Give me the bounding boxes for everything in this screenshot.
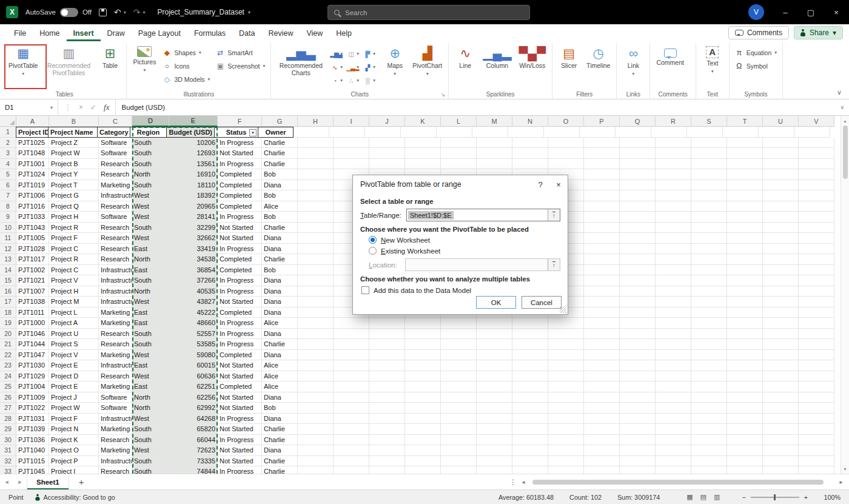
radio-unselected-icon[interactable] bbox=[369, 247, 377, 255]
cell[interactable]: 73335 bbox=[169, 456, 218, 467]
cell[interactable] bbox=[620, 275, 656, 286]
cell[interactable] bbox=[477, 445, 512, 456]
row-number[interactable]: 12 bbox=[0, 244, 16, 255]
scroll-down-icon[interactable]: ▾ bbox=[844, 464, 846, 474]
cell[interactable]: PJT1033 bbox=[16, 212, 49, 223]
row-number[interactable]: 7 bbox=[0, 190, 16, 201]
cell[interactable] bbox=[405, 318, 441, 329]
row-number[interactable]: 10 bbox=[0, 223, 16, 234]
cell[interactable] bbox=[763, 275, 799, 286]
cell[interactable]: 59080 bbox=[169, 350, 218, 361]
cell[interactable] bbox=[294, 127, 329, 138]
cell[interactable] bbox=[369, 159, 405, 170]
cell[interactable] bbox=[584, 318, 620, 329]
cell[interactable]: Not Started bbox=[218, 424, 262, 435]
cell[interactable] bbox=[799, 190, 834, 201]
cell[interactable] bbox=[620, 360, 656, 371]
cell[interactable] bbox=[441, 392, 477, 403]
cell[interactable] bbox=[656, 381, 691, 392]
cell[interactable] bbox=[512, 159, 548, 170]
cell[interactable] bbox=[727, 424, 763, 435]
header-cell[interactable]: Region bbox=[130, 127, 167, 138]
cell[interactable] bbox=[656, 275, 691, 286]
enter-icon[interactable]: ✓ bbox=[90, 103, 96, 112]
statistic-chart-button[interactable]: ▁▃▂▾ bbox=[346, 61, 363, 74]
cell[interactable]: North bbox=[132, 286, 169, 297]
cell[interactable] bbox=[512, 318, 548, 329]
cell[interactable]: In Progress bbox=[218, 339, 262, 350]
cell[interactable] bbox=[656, 318, 691, 329]
cell[interactable] bbox=[656, 201, 691, 212]
ok-button[interactable]: OK bbox=[476, 296, 516, 309]
collapse-ribbon-icon[interactable]: ∨ bbox=[837, 89, 842, 96]
table-range-input[interactable]: Sheet1!$D:$E ↑ bbox=[406, 209, 560, 221]
cell[interactable] bbox=[727, 223, 763, 234]
cell[interactable] bbox=[656, 371, 691, 382]
cell[interactable]: 28141 bbox=[169, 212, 218, 223]
sheet-bar-divider-icon[interactable]: ⋮ bbox=[509, 478, 517, 486]
cell[interactable] bbox=[620, 329, 656, 340]
cell[interactable] bbox=[584, 275, 620, 286]
cell[interactable] bbox=[298, 169, 334, 180]
header-cell[interactable]: Owner bbox=[258, 127, 294, 138]
cell[interactable]: South bbox=[132, 138, 169, 149]
cell[interactable]: West bbox=[132, 233, 169, 244]
horizontal-scrollbar[interactable]: ◂ ▸ bbox=[519, 474, 845, 489]
cell[interactable]: PJT1025 bbox=[16, 138, 49, 149]
cell[interactable] bbox=[548, 445, 584, 456]
autosave-control[interactable]: AutoSave Off bbox=[25, 8, 92, 17]
comment-button[interactable]: Comment bbox=[653, 43, 687, 67]
cell[interactable] bbox=[691, 138, 727, 149]
cell[interactable] bbox=[727, 148, 763, 159]
column-header-B[interactable]: B bbox=[49, 116, 99, 127]
cell[interactable]: PJT1031 bbox=[16, 414, 49, 425]
cell[interactable] bbox=[691, 169, 727, 180]
cell[interactable] bbox=[298, 180, 334, 191]
cell[interactable] bbox=[656, 233, 691, 244]
cell[interactable] bbox=[723, 127, 759, 138]
cell[interactable] bbox=[620, 339, 656, 350]
cell[interactable] bbox=[691, 424, 727, 435]
chevron-down-icon[interactable]: ▾ bbox=[50, 105, 53, 110]
cell[interactable]: Project R bbox=[49, 223, 99, 234]
cell[interactable] bbox=[369, 435, 405, 446]
cell[interactable]: PJT1044 bbox=[16, 339, 49, 350]
cell[interactable]: 62992 bbox=[169, 403, 218, 414]
cell[interactable] bbox=[727, 360, 763, 371]
screenshot-button[interactable]: ▣ Screenshot ▾ bbox=[213, 59, 267, 73]
checkbox-unchecked-icon[interactable] bbox=[361, 286, 369, 294]
cell[interactable]: In Progress bbox=[218, 244, 262, 255]
cell[interactable] bbox=[620, 466, 656, 474]
cell[interactable] bbox=[298, 286, 334, 297]
cell[interactable] bbox=[727, 275, 763, 286]
column-header-T[interactable]: T bbox=[727, 116, 763, 127]
cell[interactable] bbox=[512, 456, 548, 467]
vertical-scrollbar[interactable]: ▴ ▾ bbox=[841, 116, 849, 474]
cell[interactable]: PJT1040 bbox=[16, 445, 49, 456]
cell[interactable]: Not Started bbox=[218, 297, 262, 307]
header-cell[interactable]: Budget (USD) bbox=[166, 127, 215, 138]
tab-insert[interactable]: Insert bbox=[67, 25, 101, 41]
cell[interactable]: South bbox=[132, 275, 169, 286]
range-picker-icon[interactable]: ↑ bbox=[548, 209, 560, 221]
cell[interactable] bbox=[334, 381, 369, 392]
cell[interactable]: Project K bbox=[49, 435, 99, 446]
cell[interactable] bbox=[687, 127, 723, 138]
cell[interactable] bbox=[799, 329, 834, 340]
cell[interactable]: Completed bbox=[218, 201, 262, 212]
cell[interactable] bbox=[763, 138, 799, 149]
cell[interactable] bbox=[298, 329, 334, 340]
cell[interactable] bbox=[548, 414, 584, 425]
cell[interactable] bbox=[794, 127, 830, 138]
cell[interactable] bbox=[441, 339, 477, 350]
cell[interactable] bbox=[298, 212, 334, 223]
sheet-tab-sheet1[interactable]: Sheet1 bbox=[27, 474, 69, 489]
column-header-N[interactable]: N bbox=[512, 116, 548, 127]
cell[interactable]: Research bbox=[99, 466, 132, 474]
formula-bar-content[interactable]: Budget (USD) bbox=[116, 104, 165, 111]
cell[interactable]: South bbox=[132, 466, 169, 474]
cell[interactable]: 45222 bbox=[169, 307, 218, 318]
radio-selected-icon[interactable] bbox=[369, 236, 377, 244]
cell[interactable] bbox=[334, 360, 369, 371]
cell[interactable]: Project R bbox=[49, 254, 99, 265]
